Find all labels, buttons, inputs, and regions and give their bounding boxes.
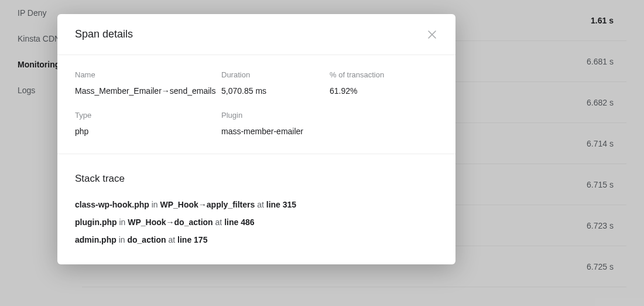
field-value: php: [75, 127, 221, 136]
span-details-modal: Span details Name Mass_Member_Emailer→se…: [57, 14, 455, 264]
details-section: Name Mass_Member_Emailer→send_emails Dur…: [57, 55, 455, 154]
field-duration: Duration 5,070.85 ms: [221, 70, 330, 96]
stack-line-no: line 486: [224, 217, 254, 227]
stack-sep: at: [255, 200, 266, 209]
modal-title: Span details: [75, 28, 133, 40]
field-label: % of transaction: [330, 70, 438, 79]
stack-trace-title: Stack trace: [75, 173, 438, 185]
stack-fn: WP_Hook→apply_filters: [160, 200, 255, 209]
modal-header: Span details: [57, 14, 455, 55]
stack-sep: in: [149, 200, 160, 209]
stack-fn: WP_Hook→do_action: [128, 217, 213, 227]
field-plugin: Plugin mass-member-emailer: [221, 111, 330, 136]
stack-line-no: line 315: [266, 200, 296, 209]
field-label: Duration: [221, 70, 330, 79]
stack-trace-section: Stack trace class-wp-hook.php in WP_Hook…: [57, 154, 455, 264]
field-value: 5,070.85 ms: [221, 86, 330, 96]
stack-line-no: line 175: [177, 235, 207, 244]
stack-sep: in: [117, 217, 128, 227]
stack-line: class-wp-hook.php in WP_Hook→apply_filte…: [75, 200, 438, 209]
stack-line: admin.php in do_action at line 175: [75, 235, 438, 244]
stack-line: plugin.php in WP_Hook→do_action at line …: [75, 217, 438, 227]
field-label: Name: [75, 70, 221, 79]
field-value: Mass_Member_Emailer→send_emails: [75, 86, 221, 96]
stack-file: plugin.php: [75, 217, 117, 227]
stack-sep: at: [166, 235, 177, 244]
field-pct: % of transaction 61.92%: [330, 70, 438, 96]
close-icon[interactable]: [426, 29, 438, 40]
stack-file: class-wp-hook.php: [75, 200, 149, 209]
stack-sep: in: [117, 235, 128, 244]
stack-sep: at: [213, 217, 224, 227]
field-value: 61.92%: [330, 86, 438, 96]
field-label: Type: [75, 111, 221, 120]
stack-fn: do_action: [127, 235, 166, 244]
field-label: Plugin: [221, 111, 330, 120]
stack-file: admin.php: [75, 235, 117, 244]
field-value: mass-member-emailer: [221, 127, 330, 136]
field-name: Name Mass_Member_Emailer→send_emails: [75, 70, 221, 96]
field-type: Type php: [75, 111, 221, 136]
